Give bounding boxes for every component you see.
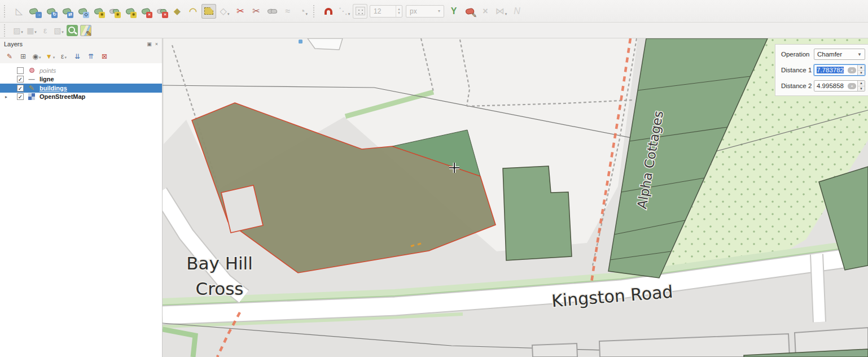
osm-edit-map-icon[interactable] — [80, 24, 92, 37]
plugins-toolbar: ▨▾▦▾ε▧▾ — [0, 23, 868, 38]
layer-label: buildings — [40, 85, 67, 92]
layer-list: points✓—ligne✓✎buildings▸✓OpenStreetMap — [0, 63, 162, 357]
operation-dropdown[interactable]: Chamfer ▼ — [814, 49, 865, 60]
move-feature-icon[interactable]: →▾ — [28, 4, 42, 19]
layer-item-buildings[interactable]: ✓✎buildings — [0, 84, 162, 93]
distance1-value: 7.783782 — [817, 67, 844, 73]
clear-icon[interactable]: × — [848, 83, 856, 89]
vertex-tool-icon[interactable]: ◇▾ — [217, 4, 232, 19]
layer-item-points[interactable]: points — [0, 66, 162, 75]
zigzag-tool-icon[interactable]: N — [510, 4, 524, 19]
spinner-arrows-icon[interactable]: ▲▼ — [396, 6, 402, 17]
add-part-icon[interactable]: ∗ — [107, 4, 121, 19]
snapping-intersection-icon[interactable] — [353, 4, 367, 19]
collapse-all-icon[interactable]: ⇈ — [85, 51, 97, 62]
remove-layer-icon[interactable]: ⊠ — [99, 51, 110, 62]
manage-map-themes-icon[interactable]: ◉▾ — [31, 51, 42, 62]
layer-label: ligne — [40, 76, 54, 82]
offset-curve-icon[interactable]: ◠ — [186, 4, 200, 19]
distance1-label: Distance 1 — [781, 67, 814, 73]
layers-panel: Layers ▣ × ✎⊞◉▾▼▾ε▾⇊⇈⊠ points✓—ligne✓✎bu… — [0, 38, 163, 357]
expression-select-icon[interactable]: ε — [39, 24, 51, 37]
map-canvas[interactable]: Bay Hill Cross Kingston Road Alpha Cotta… — [163, 38, 868, 357]
toolbar-grip[interactable] — [4, 24, 8, 37]
chevron-down-icon: ▾ — [438, 8, 440, 14]
bounds-tool-icon[interactable]: ▧▾ — [52, 24, 65, 37]
distance2-label: Distance 2 — [781, 82, 814, 89]
plugin-tools-group: ▨▾▦▾ε▧▾ — [11, 24, 93, 37]
delete-part-icon[interactable]: × — [154, 4, 169, 19]
fill-ring-icon[interactable]: ∗ — [122, 4, 137, 19]
toolbar-grip[interactable] — [4, 5, 8, 18]
reshape-features-icon[interactable]: ◆ — [170, 4, 185, 19]
osm-place-search-icon[interactable] — [66, 24, 78, 37]
delete-ring-icon[interactable]: × — [138, 4, 153, 19]
reverse-line-icon[interactable]: ≈ — [280, 4, 295, 19]
layer-checkbox[interactable]: ✓ — [17, 93, 24, 100]
filter-legend-icon[interactable]: ▼▾ — [45, 51, 56, 62]
qgis-window: ◺→▾↻⇄◇∗∗∗××◆◠◇▾✂✂≈◔▾ ⋱▾ 12 ▲▼ px ▾ Y✎×⋈▾… — [0, 0, 868, 357]
snapping-mode-icon[interactable]: ⋱▾ — [337, 4, 352, 19]
snap-unit-value: px — [410, 7, 417, 15]
layer-checkbox[interactable]: ✓ — [17, 85, 24, 92]
distance2-value: 4.995858 — [814, 82, 848, 89]
blue-marker — [299, 40, 303, 43]
layer-item-ligne[interactable]: ✓—ligne — [0, 75, 162, 84]
split-parts-icon[interactable]: ✂ — [249, 4, 264, 19]
filter-expression-icon[interactable]: ε▾ — [58, 51, 69, 62]
layer-checkbox[interactable]: ✓ — [17, 76, 24, 82]
raster-tool-b-icon[interactable]: ▦▾ — [25, 24, 38, 37]
merge-features-icon[interactable] — [265, 4, 279, 19]
chevron-down-icon: ▼ — [857, 52, 862, 57]
layer-label: points — [40, 67, 56, 74]
layers-panel-title: Layers — [4, 41, 23, 47]
line-icon: — — [27, 76, 36, 82]
extra-tools-group: Y✎×⋈▾N — [446, 4, 525, 19]
cad-tools-icon[interactable]: ◺ — [12, 4, 27, 19]
snap-tolerance-value: 12 — [374, 7, 381, 15]
spinner-arrows-icon[interactable]: ▲▼ — [857, 65, 865, 75]
layer-item-openstreetmap[interactable]: ▸✓OpenStreetMap — [0, 93, 162, 102]
enable-snapping-icon[interactable] — [321, 4, 336, 19]
editing-pencil-icon: ✎ — [27, 84, 36, 92]
advanced-digitizing-toolbar: ◺→▾↻⇄◇∗∗∗××◆◠◇▾✂✂≈◔▾ ⋱▾ 12 ▲▼ px ▾ Y✎×⋈▾… — [0, 0, 868, 23]
operation-value: Chamfer — [817, 51, 842, 58]
add-ring-icon[interactable]: ∗ — [91, 4, 106, 19]
operation-label: Operation — [781, 51, 814, 58]
copy-move-feature-icon[interactable]: ⇄ — [59, 4, 74, 19]
add-group-icon[interactable]: ⊞ — [17, 51, 29, 62]
expander-icon[interactable]: ▸ — [5, 94, 7, 99]
close-panel-icon[interactable]: × — [155, 41, 158, 47]
layer-checkbox[interactable] — [17, 67, 24, 74]
fillet-chamfer-tool-icon[interactable] — [201, 4, 216, 19]
split-features-icon[interactable]: ✂ — [233, 4, 248, 19]
raster-checker-icon — [27, 93, 36, 100]
open-styling-panel-icon[interactable]: ✎ — [4, 51, 15, 62]
rotate-feature-icon[interactable]: ↻ — [43, 4, 58, 19]
side-road — [817, 254, 819, 322]
float-panel-icon[interactable]: ▣ — [147, 41, 152, 47]
distance1-input[interactable]: 7.783782 × ▲▼ — [814, 64, 865, 76]
merge-lines-icon[interactable]: ⋈▾ — [494, 4, 508, 19]
distance2-input[interactable]: 4.995858 × ▲▼ — [814, 80, 865, 92]
raster-tool-a-icon[interactable]: ▨▾ — [12, 24, 24, 37]
map-label-bay-hill-1: Bay Hill — [186, 253, 253, 273]
spinner-arrows-icon[interactable]: ▲▼ — [857, 81, 865, 91]
layers-panel-toolbar: ✎⊞◉▾▼▾ε▾⇊⇈⊠ — [0, 49, 162, 63]
snap-unit-dropdown[interactable]: px ▾ — [406, 5, 444, 18]
map-label-bay-hill-2: Cross — [196, 278, 244, 299]
snapping-group: ⋱▾ — [321, 4, 368, 19]
edit-tools-group: ◺→▾↻⇄◇∗∗∗××◆◠◇▾✂✂≈◔▾ — [11, 4, 312, 19]
rotate-point-symbols-icon[interactable]: ◔▾ — [296, 4, 311, 19]
vertex-editor-icon[interactable]: ✎ — [462, 4, 477, 19]
layer-label: OpenStreetMap — [40, 93, 85, 100]
simplify-feature-icon[interactable]: ◇ — [75, 4, 90, 19]
trim-extend-icon[interactable]: Y — [446, 4, 461, 19]
clear-icon[interactable]: × — [848, 67, 856, 73]
snap-tolerance-input[interactable]: 12 ▲▼ — [370, 5, 402, 18]
expand-all-icon[interactable]: ⇊ — [72, 51, 83, 62]
chamfer-operation-panel: Operation Chamfer ▼ Distance 1 7.783782 … — [775, 44, 868, 96]
point-marker-icon — [27, 68, 36, 73]
toolbar-grip[interactable] — [313, 5, 317, 18]
delete-selected-icon[interactable]: × — [478, 4, 493, 19]
